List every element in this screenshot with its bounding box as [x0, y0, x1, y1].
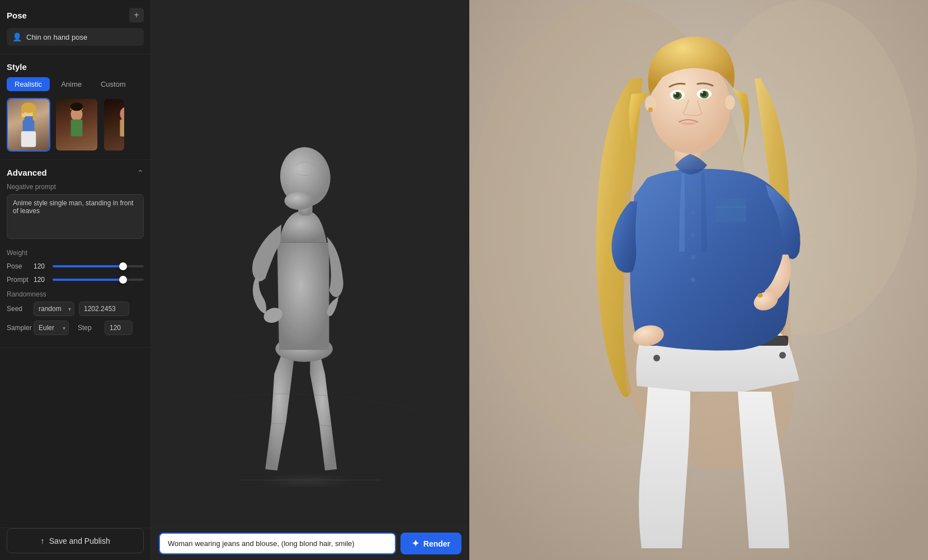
svg-point-35 — [757, 293, 763, 298]
pose-section-header: Pose + — [7, 8, 144, 22]
sampler-dropdown-wrap: Euler DPM DDIM — [34, 321, 69, 335]
sampler-select[interactable]: Euler DPM DDIM — [34, 321, 69, 335]
randomness-label: Randomness — [7, 290, 144, 298]
spacer — [0, 348, 150, 528]
seed-label: Seed — [7, 305, 29, 313]
render-button[interactable]: ✦ Render — [401, 533, 461, 554]
svg-point-45 — [701, 91, 703, 93]
pose-name: Chin on hand pose — [26, 33, 87, 41]
prompt-weight-label: Prompt — [7, 276, 29, 284]
prompt-weight-row: Prompt 120 — [7, 276, 144, 284]
bottom-bar: ✦ Render — [151, 526, 469, 560]
pose-weight-slider[interactable] — [53, 265, 144, 267]
svg-point-41 — [674, 92, 676, 95]
svg-rect-8 — [71, 120, 83, 137]
svg-point-17 — [285, 192, 314, 210]
svg-rect-2 — [21, 131, 36, 147]
svg-point-25 — [653, 355, 660, 361]
style-section: Style Realistic Anime Custom — [0, 54, 150, 160]
advanced-section: Advanced ⌃ Negative prompt Anime style s… — [0, 160, 150, 348]
style-previews — [7, 98, 144, 152]
svg-rect-32 — [715, 199, 746, 222]
svg-point-10 — [70, 102, 83, 111]
pose-section: Pose + 👤 Chin on hand pose — [0, 0, 150, 54]
svg-point-30 — [691, 255, 695, 260]
mannequin-area — [151, 0, 469, 526]
prompt-input[interactable] — [159, 533, 396, 554]
negative-prompt-input[interactable]: Anime style single man, standing in fron… — [7, 194, 144, 239]
left-panel: Pose + 👤 Chin on hand pose Style Realist… — [0, 0, 151, 560]
tab-custom[interactable]: Custom — [93, 77, 134, 91]
style-preview-3[interactable] — [103, 98, 125, 152]
pose-weight-label: Pose — [7, 262, 29, 270]
save-publish-button[interactable]: ↑ Save and Publish — [7, 528, 144, 553]
step-value-input[interactable]: 120 — [105, 321, 133, 335]
center-panel: ✦ Render — [151, 0, 469, 560]
style-title: Style — [7, 62, 27, 72]
seed-dropdown-wrap: random fixed — [34, 302, 74, 316]
seed-type-select[interactable]: random fixed — [34, 302, 74, 316]
advanced-header[interactable]: Advanced ⌃ — [7, 168, 144, 177]
result-image — [469, 0, 928, 560]
seed-value-input[interactable]: 1202.2453 — [79, 302, 129, 316]
svg-point-11 — [120, 107, 125, 121]
svg-point-31 — [691, 277, 695, 282]
neg-prompt-label: Negative prompt — [7, 183, 144, 191]
tab-realistic[interactable]: Realistic — [7, 77, 50, 91]
save-icon: ↑ — [40, 536, 45, 545]
svg-point-29 — [691, 233, 695, 237]
add-pose-button[interactable]: + — [129, 8, 144, 22]
pose-weight-row: Pose 120 — [7, 262, 144, 270]
svg-point-27 — [691, 188, 695, 192]
svg-rect-12 — [120, 119, 125, 137]
right-panel — [469, 0, 928, 560]
prompt-weight-value: 120 — [34, 276, 48, 284]
render-label: Render — [423, 539, 450, 548]
save-publish-label: Save and Publish — [49, 537, 110, 545]
pose-weight-value: 120 — [34, 262, 48, 270]
chevron-up-icon: ⌃ — [137, 168, 144, 177]
svg-rect-1 — [23, 116, 35, 132]
style-section-header: Style — [7, 62, 144, 72]
seed-row: Seed random fixed 1202.2453 — [7, 302, 144, 316]
svg-point-47 — [648, 107, 653, 112]
prompt-weight-slider[interactable] — [53, 279, 144, 281]
style-tabs: Realistic Anime Custom — [7, 77, 144, 91]
svg-point-26 — [779, 352, 786, 359]
pose-title: Pose — [7, 11, 27, 20]
render-icon: ✦ — [412, 538, 419, 549]
svg-point-6 — [22, 113, 26, 117]
svg-point-28 — [691, 210, 695, 215]
pose-item[interactable]: 👤 Chin on hand pose — [7, 28, 144, 46]
advanced-title: Advanced — [7, 168, 47, 177]
svg-rect-5 — [33, 108, 36, 121]
person-icon: 👤 — [12, 32, 22, 41]
style-preview-1[interactable] — [7, 98, 50, 152]
canvas-area — [151, 0, 469, 526]
weight-section: Pose 120 Prompt 120 — [7, 262, 144, 284]
svg-point-48 — [725, 95, 735, 110]
style-preview-2[interactable] — [55, 98, 98, 152]
step-label: Step — [78, 324, 100, 332]
mannequin-svg — [191, 40, 430, 487]
result-svg — [469, 0, 928, 560]
sampler-row: Sampler Euler DPM DDIM Step 120 — [7, 321, 144, 335]
weight-label: Weight — [7, 249, 144, 257]
sampler-label: Sampler — [7, 324, 29, 332]
tab-anime[interactable]: Anime — [53, 77, 89, 91]
